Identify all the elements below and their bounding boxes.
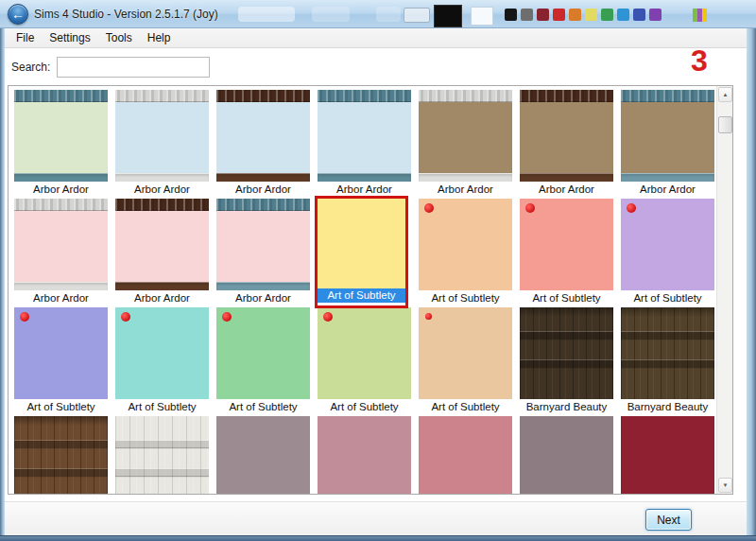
window-border-right <box>747 28 756 535</box>
background-color-palette <box>505 9 662 21</box>
swatch-thumbnail <box>14 199 108 290</box>
wallpaper-swatch[interactable]: Art of Subtlety <box>318 307 411 414</box>
swatch-thumbnail <box>318 90 411 182</box>
grid-viewport: Arbor ArdorArbor ArdorArbor ArdorArbor A… <box>9 86 716 494</box>
annotation-number: 3 <box>691 44 708 79</box>
swatch-thumbnail <box>115 199 209 290</box>
wallpaper-swatch[interactable]: Arbor Ardor <box>621 90 714 197</box>
swatch-label: Art of Subtlety <box>14 400 108 414</box>
swatch-label: Arbor Ardor <box>14 183 108 197</box>
wallpaper-swatch[interactable]: Art of Subtlety <box>419 199 512 305</box>
wallpaper-swatch[interactable] <box>216 416 310 494</box>
swatch-thumbnail <box>318 199 405 288</box>
multicolor-bar <box>702 9 707 22</box>
wall-trim-top <box>115 90 209 102</box>
wallpaper-swatch[interactable]: Art of Subtlety <box>621 199 714 305</box>
wallpaper-swatch[interactable] <box>14 416 108 494</box>
shelf-rail <box>115 441 209 447</box>
scrollbar[interactable]: ▲ ▼ <box>716 86 732 494</box>
wall-trim-top <box>520 90 613 102</box>
palette-square <box>569 9 581 21</box>
wallpaper-swatch[interactable]: Art of Subtlety <box>14 307 108 414</box>
wallpaper-swatch[interactable] <box>419 416 512 494</box>
wallpaper-swatch[interactable] <box>318 416 411 494</box>
wallpaper-swatch[interactable]: Barnyard Beauty <box>621 307 714 414</box>
wallpaper-swatch[interactable]: Arbor Ardor <box>115 199 209 305</box>
wallpaper-swatch[interactable]: Arbor Ardor <box>216 90 310 197</box>
background-multicolor-icon <box>693 9 707 22</box>
swatch-thumbnail <box>520 307 613 399</box>
red-dot-marker <box>424 203 434 213</box>
palette-square <box>521 9 533 21</box>
wallpaper-swatch[interactable]: Art of Subtlety <box>419 307 512 414</box>
swatch-label: Barnyard Beauty <box>520 400 613 414</box>
scrollbar-down-button[interactable]: ▼ <box>718 478 732 493</box>
wall-trim-bottom <box>216 282 310 290</box>
wall-trim-bottom <box>419 173 512 182</box>
wallpaper-swatch[interactable]: Arbor Ardor <box>115 90 209 197</box>
window-border-left <box>0 28 5 535</box>
swatch-label: Art of Subtlety <box>216 400 310 414</box>
wallpaper-swatch[interactable]: Arbor Ardor <box>216 199 310 305</box>
swatch-thumbnail <box>419 416 512 494</box>
wall-trim-bottom <box>115 282 209 290</box>
swatch-thumbnail <box>14 90 108 182</box>
swatch-label: Art of Subtlety <box>621 291 714 305</box>
background-window-fragment <box>404 8 430 23</box>
swatch-label: Arbor Ardor <box>621 183 714 197</box>
wallpaper-swatch[interactable]: Arbor Ardor <box>14 90 108 197</box>
palette-square <box>505 9 517 21</box>
shelf-rail <box>14 441 108 447</box>
palette-square <box>585 9 597 21</box>
menu-bar: FileSettingsToolsHelp <box>5 28 747 48</box>
wallpaper-swatch[interactable]: Arbor Ardor <box>14 199 108 305</box>
red-dot-marker <box>525 203 535 213</box>
wallpaper-swatch[interactable]: Arbor Ardor <box>419 90 512 197</box>
red-dot-marker <box>425 313 432 320</box>
wall-trim-top <box>115 199 209 211</box>
menu-item-file[interactable]: File <box>9 29 42 46</box>
menu-item-settings[interactable]: Settings <box>42 29 97 46</box>
wallpaper-swatch[interactable]: Art of Subtlety <box>520 199 613 305</box>
swatch-label: Art of Subtlety <box>318 288 405 303</box>
wallpaper-swatch[interactable]: Barnyard Beauty <box>520 307 613 414</box>
swatch-thumbnail <box>520 416 613 494</box>
swatch-label: Arbor Ardor <box>419 183 512 197</box>
search-toolbar: Search: <box>5 48 747 85</box>
search-input[interactable] <box>57 57 210 78</box>
shelf-rail <box>115 469 209 476</box>
palette-square <box>649 9 662 21</box>
wallpaper-grid-panel: Arbor ArdorArbor ArdorArbor ArdorArbor A… <box>8 85 733 495</box>
wallpaper-swatch[interactable]: Art of Subtlety <box>315 196 408 308</box>
palette-square <box>617 9 629 21</box>
swatch-thumbnail <box>216 307 310 399</box>
swatch-label: Arbor Ardor <box>14 291 108 305</box>
swatch-thumbnail <box>621 90 714 182</box>
wallpaper-swatch[interactable]: Art of Subtlety <box>115 307 209 414</box>
swatch-thumbnail <box>216 199 310 290</box>
wallpaper-swatch[interactable] <box>115 416 209 494</box>
wallpaper-swatch[interactable] <box>520 416 613 494</box>
swatch-thumbnail <box>621 416 714 494</box>
menu-item-help[interactable]: Help <box>140 29 179 46</box>
titlebar-glass-blur <box>312 7 350 22</box>
wallpaper-swatch[interactable]: Arbor Ardor <box>318 90 411 197</box>
menu-item-tools[interactable]: Tools <box>98 29 140 46</box>
scrollbar-thumb[interactable] <box>718 116 732 133</box>
swatch-thumbnail <box>115 90 209 182</box>
wallpaper-swatch[interactable]: Arbor Ardor <box>520 90 613 197</box>
red-dot-marker <box>323 312 333 322</box>
swatch-thumbnail <box>419 199 512 290</box>
swatch-thumbnail <box>216 416 310 494</box>
swatch-thumbnail <box>621 199 714 290</box>
next-button[interactable]: Next <box>645 509 692 531</box>
swatch-thumbnail <box>621 307 714 399</box>
wallpaper-swatch[interactable] <box>621 416 714 494</box>
palette-square <box>601 9 613 21</box>
wall-trim-top <box>216 90 310 102</box>
wallpaper-swatch[interactable]: Art of Subtlety <box>216 307 310 414</box>
back-button[interactable]: ← <box>8 4 28 25</box>
scrollbar-up-button[interactable]: ▲ <box>718 87 732 102</box>
swatch-thumbnail <box>216 90 310 182</box>
wall-trim-bottom <box>14 282 108 290</box>
